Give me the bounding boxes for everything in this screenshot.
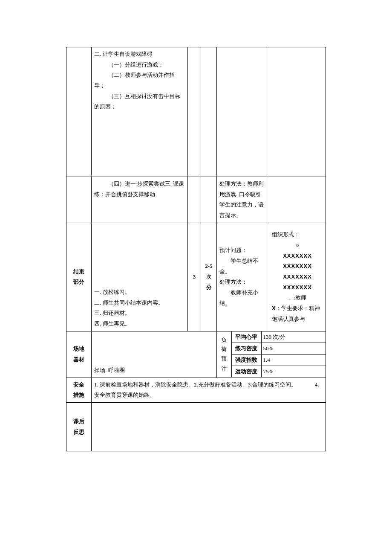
legend-student: X：学生要求：精神饱满认真参与 xyxy=(272,303,323,324)
section-label-end: 结束 部分 xyxy=(66,223,92,331)
reflect-label: 课后 反思 xyxy=(66,403,92,451)
load-key: 运动密度 xyxy=(231,366,261,378)
legend-x: X xyxy=(272,305,276,311)
blank-cell xyxy=(201,47,217,177)
label-line: 措施 xyxy=(69,390,89,401)
label-line: 课后 xyxy=(69,416,89,427)
activity-content-2: （四）进一·步探索尝试三. 课课练：开合跳俯卧支撑移动 xyxy=(92,177,188,223)
handling-method-1: 处理方法：教师利用游戏. 口令吸引学生的注意力，语言提示。 xyxy=(217,177,269,223)
blank-cell xyxy=(188,47,201,177)
line: （一）分组进行游戏； xyxy=(94,60,185,70)
section-label-blank xyxy=(66,47,92,177)
load-block: 负荷 预计 平均心率 130 次/分 练习密度 50% 强度指数 1.4 运动密… xyxy=(217,331,326,378)
line: 预计问题： xyxy=(219,245,266,256)
venue-value: 操场. 呼啦圈 xyxy=(92,331,217,378)
load-key: 练习密度 xyxy=(231,343,261,354)
org-title: 组织形式： xyxy=(272,230,323,240)
student-row: XXXXXXX xyxy=(272,282,323,293)
label-line: 负荷 xyxy=(219,335,230,354)
load-val: 50% xyxy=(261,343,326,354)
label-line: 部分 xyxy=(69,277,89,288)
line: （三）互相探讨没有击中目标的原因； xyxy=(94,91,185,112)
section-label-blank xyxy=(66,177,92,223)
line: （二）教师参与活动并作指导； xyxy=(94,70,185,91)
line: 三. 归还器材。 xyxy=(94,308,185,319)
student-row: XXXXXXX xyxy=(272,251,323,262)
safety-line-a: 1. 课前检查场地和器材，消除安全隐患。2.充分做好准备活动。3.合理的练习空间… xyxy=(94,381,297,388)
line: 处理方法： xyxy=(219,277,266,288)
student-row: XXXXXXX xyxy=(272,272,323,282)
student-row: XXXXXXX xyxy=(272,261,323,272)
legend-teacher: 。:教师 xyxy=(272,293,323,303)
line: 二. 师生共同小结本课内容。 xyxy=(94,298,185,308)
load-val: 75% xyxy=(261,366,326,378)
blank-cell xyxy=(269,47,326,177)
end-duration: 2-5 次 分 xyxy=(201,223,217,331)
activity-content-1: 二. 让学生自设游戏障碍 （一）分组进行游戏； （二）教师参与活动并作指导； （… xyxy=(92,47,188,177)
label-line: 预计 xyxy=(219,354,230,373)
label-line: 安全 xyxy=(69,380,89,390)
teacher-symbol: ○ xyxy=(272,240,323,251)
duration-unit: 分 xyxy=(206,284,212,291)
safety-label: 安全 措施 xyxy=(66,378,92,402)
line: 教师补充小结。 xyxy=(219,288,266,308)
label-line: 反思 xyxy=(69,427,89,438)
blank-cell xyxy=(217,47,269,177)
safety-content: 1. 课前检查场地和器材，消除安全隐患。2.充分做好准备活动。3.合理的练习空间… xyxy=(92,378,326,402)
load-key: 强度指数 xyxy=(231,354,261,366)
end-count: 3 xyxy=(188,223,201,331)
end-content: 一. 放松练习。 二. 师生共同小结本课内容。 三. 归还器材。 四. 师生再见… xyxy=(92,223,188,331)
legend-text: ：学生要求：精神饱满认真参与 xyxy=(272,305,320,322)
load-key: 平均心率 xyxy=(231,331,261,343)
blank-cell xyxy=(188,177,201,223)
blank-cell xyxy=(201,177,217,223)
label-line: 场地 xyxy=(69,344,89,355)
line: 二. 让学生自设游戏障碍 xyxy=(94,49,185,60)
lesson-plan-table: 二. 让学生自设游戏障碍 （一）分组进行游戏； （二）教师参与活动并作指导； （… xyxy=(66,47,326,451)
end-problem: 预计问题： 学生总结不全。 处理方法： 教师补充小结。 xyxy=(217,223,269,331)
duration-sub: 次 xyxy=(204,272,214,282)
line: 一. 放松练习。 xyxy=(94,287,185,298)
line: （四）进一·步探索尝试三. 课课练：开合跳俯卧支撑移动 xyxy=(94,179,185,200)
reflect-content xyxy=(92,403,326,451)
venue-label: 场地 器材 xyxy=(66,331,92,378)
load-label: 负荷 预计 xyxy=(217,331,231,377)
label-line: 结束 xyxy=(69,267,89,277)
end-organization: 组织形式： ○ XXXXXXX XXXXXXX XXXXXXX XXXXXXX … xyxy=(269,223,326,331)
label-line: 器材 xyxy=(69,355,89,365)
line: 学生总结不全。 xyxy=(219,256,266,277)
duration-main: 2-5 xyxy=(205,263,212,269)
load-table: 负荷 预计 平均心率 130 次/分 练习密度 50% 强度指数 1.4 运动密… xyxy=(217,331,326,377)
load-val: 1.4 xyxy=(261,354,326,366)
line: 四. 师生再见。 xyxy=(94,319,185,329)
blank-cell xyxy=(269,177,326,223)
load-val: 130 次/分 xyxy=(261,331,326,343)
